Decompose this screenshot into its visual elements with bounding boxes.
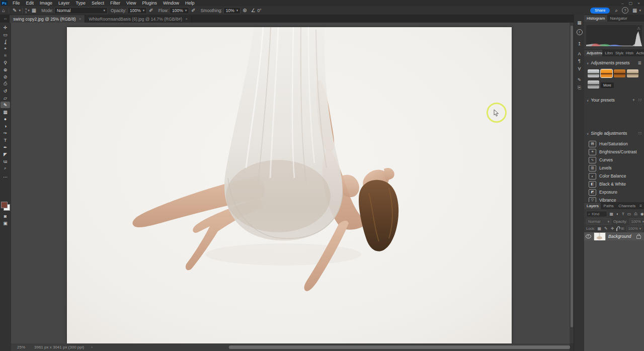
menu-help[interactable]: Help [182, 1, 198, 6]
blend-mode-select[interactable]: Normal ▾ [586, 218, 611, 225]
character-panel-icon[interactable]: A [574, 50, 585, 57]
brush-angle-value[interactable]: 0° [258, 8, 262, 13]
export-panel-icon[interactable]: ↥ [574, 40, 585, 47]
brush-tool-selected[interactable]: ✎ [1, 102, 10, 108]
lock-transparency-icon[interactable]: ▦ [597, 226, 602, 231]
hand-tool[interactable]: ɯ [1, 158, 10, 164]
brush-tool-chevron-icon[interactable]: ▾ [19, 9, 21, 13]
crop-tool[interactable]: ⌗ [1, 52, 10, 59]
lock-position-icon[interactable]: ✛ [610, 226, 615, 231]
layer-name[interactable]: Background [608, 234, 631, 239]
adjustment-levels[interactable]: ▥ Levels [584, 164, 644, 172]
dodge-tool[interactable]: ◑ [1, 123, 10, 129]
adjustment-hue-saturation[interactable]: ▤ Hue/Saturation [584, 140, 644, 148]
your-presets-header[interactable]: ∨ Your presets [584, 97, 644, 104]
close-icon[interactable]: × [637, 1, 640, 6]
tab-navigator[interactable]: Navigator [607, 15, 629, 22]
opacity-select[interactable]: 100% ▾ [127, 7, 147, 14]
filter-smart-objects-icon[interactable]: ⎙ [633, 212, 638, 217]
more-tools-icon[interactable]: ⋯ [1, 173, 10, 180]
adjustment-curves[interactable]: ∿ Curves [584, 156, 644, 164]
filter-adjustment-layers-icon[interactable]: ◐ [616, 212, 620, 216]
brush-tip-preview[interactable]: • 1 [24, 8, 28, 14]
glyphs-panel-icon[interactable]: ∀ [574, 65, 585, 72]
tab-actions[interactable]: Actio [633, 50, 644, 56]
object-selection-tool[interactable]: ⌖ [1, 45, 10, 52]
adjustment-exposure[interactable]: ◩ Exposure [584, 188, 644, 196]
brush-panel-toggle-icon[interactable]: ▦ [30, 7, 38, 15]
toolbar-collapse-icon[interactable]: ‹‹ [0, 17, 10, 23]
marquee-tool[interactable]: ▭ [1, 31, 10, 38]
smoothing-gear-icon[interactable]: ⊛ [240, 7, 249, 15]
tab-libraries[interactable]: Libra [602, 50, 613, 56]
brush-settings-panel-icon[interactable]: ✎ [574, 76, 585, 83]
menu-window[interactable]: Window [160, 1, 182, 6]
tab-adjustments[interactable]: Adjustments [584, 50, 602, 56]
vertical-scrollbar-thumb[interactable] [571, 26, 573, 327]
menu-view[interactable]: View [123, 1, 139, 6]
document-tab-inactive[interactable]: WhiteRoomsandBasis (6).jpg @ 14.7% (RGB/… [85, 15, 191, 23]
fill-select[interactable]: 100% ▾ [626, 225, 643, 232]
status-chevron-icon[interactable]: › [91, 345, 93, 349]
lock-pixels-icon[interactable]: ✎ [604, 226, 609, 231]
filter-pixel-layers-icon[interactable]: ▦ [609, 212, 614, 216]
pen-tool[interactable]: ✒ [1, 144, 10, 150]
workspace-icon[interactable]: ▦ [630, 7, 639, 15]
menu-edit[interactable]: Edit [23, 1, 37, 6]
grid-view-icon[interactable]: ∷ [638, 131, 641, 136]
type-tool[interactable]: T [1, 137, 10, 143]
tab-history[interactable]: Histo [623, 50, 634, 56]
foreground-color-swatch[interactable] [1, 202, 8, 208]
menu-layer[interactable]: Layer [55, 1, 73, 6]
tab-layers[interactable]: Layers [584, 203, 601, 209]
grid-view-icon[interactable]: ∷ [638, 98, 641, 103]
tab-paths[interactable]: Paths [601, 203, 616, 209]
eraser-tool[interactable]: ▱ [1, 95, 10, 101]
panel-menu-icon[interactable]: ≡ [637, 203, 644, 209]
adjustment-color-balance[interactable]: ◐ Color Balance [584, 172, 644, 180]
adjustment-brightness-contrast[interactable]: ☀ Brightness/Contrast [584, 148, 644, 156]
zoom-tool[interactable]: ⌕ [1, 165, 10, 171]
menu-image[interactable]: Image [37, 1, 55, 6]
layer-row-background[interactable]: Background [584, 232, 644, 240]
adjustment-black-white[interactable]: ◧ Black & White [584, 180, 644, 188]
paragraph-panel-icon[interactable]: ¶ [574, 57, 585, 64]
menu-type[interactable]: Type [73, 1, 89, 6]
adjustment-preset-thumbnail[interactable] [588, 80, 599, 89]
document-canvas[interactable] [67, 27, 512, 343]
document-tab-active[interactable]: swing copy2.jpg @ 25% (RGB/8) × [10, 15, 85, 23]
spot-healing-tool[interactable]: ⊕ [1, 66, 10, 73]
menu-filter[interactable]: Filter [107, 1, 123, 6]
flow-select[interactable]: 100% ▾ [170, 7, 189, 14]
tab-close-icon[interactable]: × [79, 17, 82, 21]
single-adjustments-header[interactable]: ∨ Single adjustments [584, 130, 644, 137]
clone-stamp-tool[interactable]: ⎙ [1, 80, 10, 87]
color-swatches[interactable] [1, 202, 10, 210]
zoom-level[interactable]: 25% [17, 345, 25, 349]
blur-tool[interactable]: ● [1, 116, 10, 122]
clone-source-panel-icon[interactable]: ⎘ [574, 84, 585, 92]
histogram-warning-icon[interactable]: ⚠ [637, 26, 640, 31]
smoothing-select[interactable]: 10% ▾ [223, 7, 241, 14]
lock-all-icon[interactable] [616, 228, 617, 231]
remove-tool[interactable]: ⊘ [1, 73, 10, 80]
vertical-scrollbar[interactable] [570, 23, 574, 343]
brush-tool-icon[interactable]: ✎ [11, 7, 19, 15]
libraries-panel-icon[interactable]: ▦ [574, 19, 585, 26]
presets-view-toggle-icon[interactable]: ≣ [637, 60, 641, 65]
search-icon[interactable]: ⌕ [613, 7, 620, 15]
minimize-icon[interactable]: – [621, 1, 623, 6]
mode-select[interactable]: Normal ▾ [54, 7, 108, 14]
layer-thumbnail[interactable] [594, 232, 606, 241]
maximize-icon[interactable]: ▢ [629, 1, 633, 6]
menu-plugins[interactable]: Plugins [139, 1, 160, 6]
adjustment-preset-thumbnail-selected[interactable] [601, 69, 612, 77]
tab-channels[interactable]: Channels [616, 203, 637, 209]
home-icon[interactable]: ⌂ [0, 7, 7, 15]
smudge-tool[interactable]: ✑ [1, 130, 10, 136]
quick-mask-tool[interactable]: ◙ [1, 213, 10, 219]
screen-mode-tool[interactable]: ▣ [1, 220, 10, 226]
airbrush-icon[interactable]: ✐ [189, 7, 197, 15]
gradient-tool[interactable]: ▦ [1, 109, 10, 115]
filter-toggle-icon[interactable]: ◉ [639, 212, 644, 216]
